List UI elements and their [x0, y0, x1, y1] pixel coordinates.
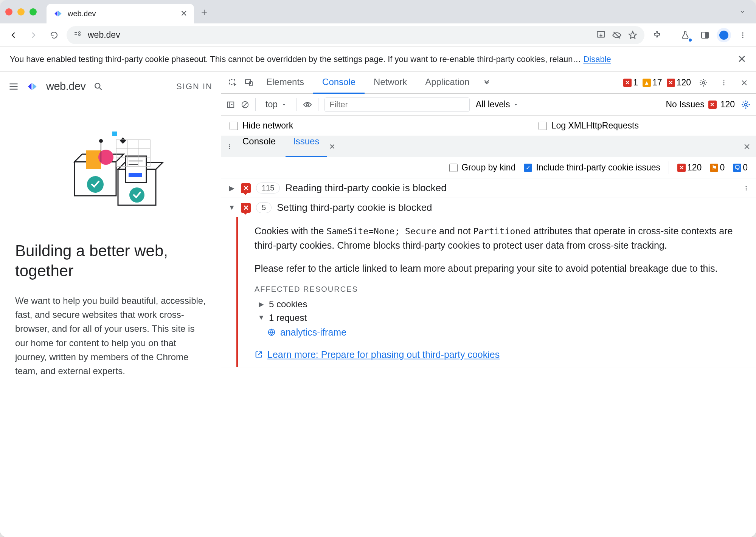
frame-icon	[267, 328, 276, 336]
hero-body: We want to help you build beautiful, acc…	[15, 294, 206, 378]
svg-point-33	[702, 82, 705, 84]
hide-network-checkbox[interactable]: Hide network	[230, 121, 293, 131]
svg-rect-21	[112, 132, 117, 136]
svg-point-44	[746, 186, 747, 187]
console-filter-input[interactable]	[324, 97, 470, 112]
site-settings-icon[interactable]	[73, 31, 82, 40]
tab-console[interactable]: Console	[313, 72, 365, 94]
tab-application[interactable]: Application	[416, 72, 478, 94]
labs-icon[interactable]	[677, 27, 693, 43]
svg-point-22	[99, 139, 103, 143]
svg-rect-15	[126, 156, 146, 183]
browser-toolbar: web.dev	[0, 23, 756, 47]
svg-point-45	[746, 187, 747, 189]
issue-menu-icon[interactable]	[743, 185, 749, 191]
svg-point-20	[129, 187, 144, 203]
browser-menu-icon[interactable]	[735, 27, 751, 43]
drawer-tab-issues[interactable]: Issues	[286, 136, 327, 157]
address-bar[interactable]: web.dev	[67, 26, 644, 44]
tab-network[interactable]: Network	[365, 72, 416, 94]
search-icon[interactable]	[93, 82, 103, 91]
issue-count-pill: 5	[256, 202, 272, 213]
drawer-close-icon[interactable]	[743, 143, 751, 150]
clear-console-icon[interactable]	[241, 101, 249, 109]
devtools-more-icon[interactable]	[716, 75, 732, 91]
console-sidebar-toggle-icon[interactable]	[227, 101, 235, 109]
svg-rect-37	[228, 102, 234, 107]
tab-list-dropdown[interactable]	[734, 3, 751, 20]
log-xhr-checkbox[interactable]: Log XMLHttpRequests	[539, 121, 639, 131]
maximize-window-button[interactable]	[29, 8, 37, 15]
profile-avatar-button[interactable]	[717, 28, 731, 42]
inspect-element-icon[interactable]	[225, 75, 241, 91]
log-level-dropdown[interactable]: All levels	[476, 99, 518, 110]
svg-point-3	[79, 34, 80, 35]
banner-disable-link[interactable]: Disable	[583, 54, 611, 64]
drawer-tab-console[interactable]: Console	[235, 136, 283, 157]
close-window-button[interactable]	[5, 8, 12, 15]
svg-point-40	[745, 103, 747, 106]
browser-tab[interactable]: web.dev ✕	[47, 4, 194, 23]
incognito-eye-icon[interactable]	[612, 30, 622, 40]
device-toggle-icon[interactable]	[241, 75, 257, 91]
expand-toggle-icon[interactable]: ▶	[228, 184, 236, 192]
reload-button[interactable]	[46, 27, 62, 43]
webdev-logo-icon	[26, 80, 39, 93]
expand-toggle-icon[interactable]: ▼	[228, 204, 236, 212]
affected-item[interactable]: ▼1 request	[258, 313, 745, 323]
warning-count-badge[interactable]: ▲17	[643, 77, 662, 88]
issue-row: ▼ ✕ 5 Setting third-party cookie is bloc…	[221, 198, 756, 367]
tab-title: web.dev	[68, 9, 176, 18]
svg-point-36	[723, 84, 725, 85]
svg-point-34	[723, 80, 725, 81]
affected-resources-heading: AFFECTED RESOURCES	[255, 285, 745, 294]
site-logo-text: web.dev	[46, 80, 86, 93]
issues-summary[interactable]: No Issues✕120	[666, 99, 735, 110]
group-by-kind-checkbox[interactable]: Group by kind	[449, 162, 515, 173]
svg-point-8	[742, 34, 743, 36]
banner-close-icon[interactable]: ✕	[737, 53, 746, 65]
include-3p-checkbox[interactable]: ✓Include third-party cookie issues	[524, 162, 660, 173]
site-header: web.dev SIGN IN	[0, 72, 221, 101]
svg-point-43	[229, 148, 230, 149]
error-count-badge[interactable]: ✕1	[623, 77, 638, 88]
issues-err-badge: ✕120	[677, 162, 702, 173]
forward-button[interactable]	[26, 27, 42, 43]
svg-rect-1	[75, 34, 77, 35]
affected-item[interactable]: ▶5 cookies	[258, 299, 745, 310]
affected-subitem[interactable]: analytics-iframe	[267, 327, 745, 338]
drawer-tabs: Console Issues ✕	[221, 136, 756, 157]
devtools-panel: Elements Console Network Application ✕1 …	[221, 72, 756, 537]
learn-more-link[interactable]: Learn more: Prepare for phasing out thir…	[255, 349, 745, 360]
drawer-tab-close-icon[interactable]: ✕	[329, 142, 335, 151]
install-app-icon[interactable]	[596, 30, 606, 40]
star-bookmark-icon[interactable]	[628, 30, 638, 40]
svg-rect-12	[86, 150, 101, 169]
external-link-icon	[255, 350, 263, 359]
svg-point-46	[746, 189, 747, 190]
back-button[interactable]	[5, 27, 21, 43]
devtools-close-icon[interactable]	[736, 75, 752, 91]
extensions-icon[interactable]	[649, 27, 665, 43]
svg-rect-18	[129, 173, 142, 177]
panel-toggle-icon[interactable]	[697, 27, 713, 43]
svg-point-35	[723, 82, 725, 83]
live-expression-icon[interactable]	[303, 100, 312, 109]
tab-elements[interactable]: Elements	[257, 72, 313, 94]
error-icon: ✕	[241, 203, 251, 213]
more-tabs-icon[interactable]	[479, 75, 495, 91]
crossed-count-badge[interactable]: ✕120	[667, 77, 691, 88]
close-tab-icon[interactable]: ✕	[180, 9, 187, 19]
hamburger-menu-icon[interactable]	[8, 81, 19, 92]
execution-context-dropdown[interactable]: top	[262, 99, 290, 110]
devtools-settings-icon[interactable]	[695, 75, 711, 91]
svg-point-10	[95, 83, 100, 88]
minimize-window-button[interactable]	[17, 8, 25, 15]
devtools-tabs: Elements Console Network Application ✕1 …	[221, 72, 756, 94]
issue-count-pill: 115	[256, 183, 280, 193]
svg-point-9	[742, 37, 743, 38]
drawer-more-icon[interactable]	[227, 144, 233, 150]
console-settings-icon[interactable]	[741, 100, 751, 110]
signin-button[interactable]: SIGN IN	[176, 82, 213, 91]
new-tab-button[interactable]: ＋	[199, 5, 209, 19]
